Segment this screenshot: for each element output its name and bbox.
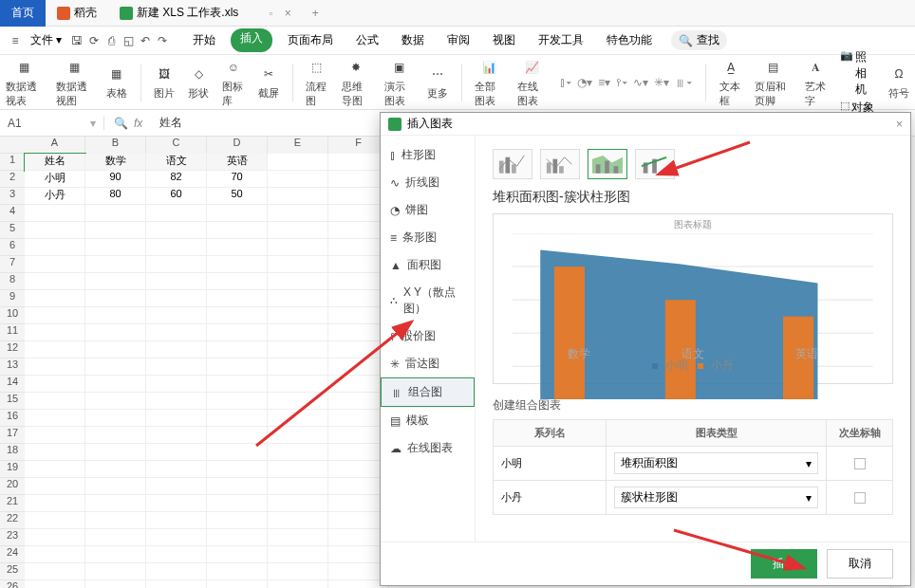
cell[interactable] [207,222,268,239]
cell[interactable] [146,222,207,239]
chart-type-hbar[interactable]: ≡条形图 [381,224,475,251]
cell[interactable] [207,341,268,358]
cell[interactable] [25,393,85,410]
row-header[interactable]: 2 [0,171,25,188]
cell[interactable] [268,307,328,324]
more-button[interactable]: ⋯更多 [427,64,448,101]
cell[interactable] [85,529,146,546]
headerfooter-button[interactable]: ▤页眉和页脚 [755,57,792,108]
cell[interactable] [25,376,85,393]
cell[interactable] [85,563,146,580]
subtype-thumb[interactable] [540,149,580,179]
save-icon[interactable]: 🖫 [69,33,84,48]
row-header[interactable]: 22 [0,512,25,529]
mini-chart-icon[interactable]: ◔▾ [577,76,592,89]
row-header[interactable]: 13 [0,358,25,376]
ribbon-tab-formula[interactable]: 公式 [348,28,386,52]
cell[interactable] [85,444,146,461]
row-header[interactable]: 3 [0,188,25,205]
cell[interactable] [25,205,85,222]
chart-type-dropdown[interactable]: 堆积面积图▾ [614,452,818,474]
cell[interactable] [85,461,146,478]
cell[interactable] [146,273,207,290]
row-header[interactable]: 6 [0,239,25,256]
row-header[interactable]: 9 [0,290,25,307]
cell[interactable] [207,444,268,461]
cell[interactable] [207,290,268,307]
cell[interactable] [207,205,268,222]
search-fx-icon[interactable]: 🔍 [114,117,128,130]
ribbon-tab-view[interactable]: 视图 [485,28,523,52]
cell[interactable] [146,307,207,324]
mini-chart-icon[interactable]: ∿▾ [633,76,648,89]
cell[interactable] [146,444,207,461]
menu-icon[interactable]: ≡ [8,33,23,48]
cell[interactable] [85,410,146,427]
cell[interactable] [85,307,146,324]
cell[interactable] [146,290,207,307]
cell[interactable] [146,461,207,478]
cell[interactable] [268,563,328,580]
row-header[interactable]: 15 [0,393,25,410]
cell[interactable] [146,580,207,588]
row-header[interactable]: 20 [0,478,25,495]
tab-daoke[interactable]: 稻壳 [46,0,108,27]
cell[interactable]: 60 [146,188,207,205]
cell[interactable]: 语文 [146,154,207,171]
refresh-icon[interactable]: ⟳ [86,33,102,48]
cell[interactable] [25,410,85,427]
cell[interactable]: 50 [207,188,268,205]
cell[interactable] [85,341,146,358]
cell[interactable] [268,205,328,222]
cell[interactable] [146,529,207,546]
search-box[interactable]: 🔍查找 [671,30,727,50]
cell[interactable] [85,393,146,410]
cell[interactable] [25,324,85,341]
cell[interactable] [25,290,85,307]
subtype-thumb[interactable] [493,149,532,179]
cell[interactable]: 90 [85,171,146,188]
cell[interactable] [25,563,85,580]
ribbon-tab-insert[interactable]: 插入 [231,28,272,52]
ribbon-tab-dev[interactable]: 开发工具 [531,28,591,52]
cell[interactable] [25,307,85,324]
row-header[interactable]: 1 [0,154,25,171]
cell[interactable] [85,495,146,512]
cell[interactable] [207,256,268,273]
cell[interactable] [207,239,268,256]
cell[interactable] [268,273,328,290]
cell[interactable] [146,393,207,410]
screenshot-button[interactable]: ✂截屏 [258,64,279,101]
new-tab-button[interactable]: + [303,7,328,20]
cell[interactable] [268,427,328,444]
cell[interactable] [146,239,207,256]
row-header[interactable]: 14 [0,376,25,393]
row-header[interactable]: 21 [0,495,25,512]
cell[interactable] [146,358,207,376]
cell[interactable] [207,273,268,290]
chart-type-stock[interactable]: ⫯股价图 [381,322,475,350]
cell[interactable]: 80 [85,188,146,205]
tab-restore-icon[interactable]: ▫ [269,7,272,20]
cell[interactable] [85,376,146,393]
cell[interactable] [268,188,328,205]
cell[interactable] [268,580,328,588]
redo-icon[interactable]: ↷ [155,33,170,48]
cell[interactable] [268,393,328,410]
cell[interactable] [146,512,207,529]
cell[interactable] [85,290,146,307]
cell[interactable] [268,512,328,529]
column-header[interactable]: D [207,137,268,154]
onlinechart-button[interactable]: 📈在线图表 [517,57,547,108]
picture-button[interactable]: 🖼图片 [154,64,175,101]
row-header[interactable]: 7 [0,256,25,273]
cell[interactable] [146,495,207,512]
mindmap-button[interactable]: ✸思维导图 [342,57,371,108]
cell[interactable] [268,256,328,273]
cell[interactable] [268,290,328,307]
cell[interactable] [25,546,85,563]
ribbon-tab-start[interactable]: 开始 [185,28,223,52]
mini-chart-icon[interactable]: ✳▾ [654,76,669,89]
cell[interactable] [85,546,146,563]
cell[interactable] [268,546,328,563]
